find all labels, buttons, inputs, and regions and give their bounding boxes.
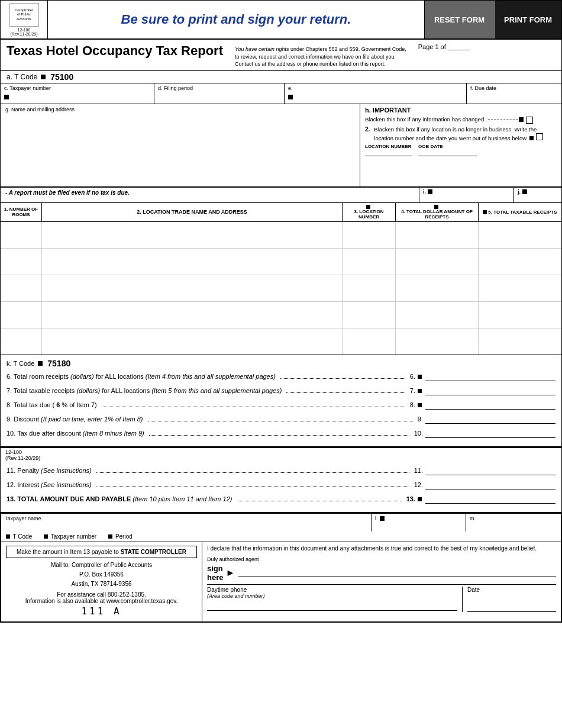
filing-period-label: d. Filing period (158, 85, 280, 91)
row3-taxable-input[interactable] (481, 276, 559, 285)
row4-taxable-input[interactable] (481, 303, 559, 312)
important-section: h. IMPORTANT Blacken this box if any inf… (360, 104, 561, 186)
row2-taxable-input[interactable] (481, 250, 559, 259)
row3-name-input[interactable] (44, 276, 340, 285)
taxpayer-name-cell: Taxpayer name (1, 514, 372, 531)
table-row (1, 275, 561, 302)
tcode-a-value: 75100 (50, 72, 73, 82)
important-title: h. IMPORTANT (365, 107, 557, 114)
item8-row: 8. Total tax due ( 6 % of Item 7) 8. (7, 400, 555, 410)
e-field: e. (285, 83, 467, 104)
item10-row: 10. Tax due after discount (Item 8 minus… (7, 429, 555, 438)
row5-total-input[interactable] (398, 330, 476, 339)
item10-input[interactable] (425, 429, 555, 438)
row4-rooms-input[interactable] (3, 303, 39, 312)
row3-total-input[interactable] (398, 276, 476, 285)
i-cell: i. (419, 188, 514, 202)
due-date-input[interactable] (470, 91, 558, 101)
row1-total-input[interactable] (398, 223, 476, 232)
row1-total (396, 222, 479, 248)
col-loc-header: 3. LOCATION NUMBER (343, 203, 396, 221)
col-rooms-header: 1. NUMBER OF ROOMS (1, 203, 42, 221)
item8-input[interactable] (425, 400, 555, 410)
phone-label: Daytime phone (207, 587, 457, 593)
taxpayer-number-label: c. Taxpayer number (4, 85, 150, 91)
table-body (1, 222, 561, 355)
rev-divider: 12-100(Rev.11-20/29) (1, 447, 561, 462)
assistance-text: For assistance call 800-252-1385. Inform… (6, 591, 197, 604)
summary-section: k. T Code 75180 6. Total room receipts (… (1, 355, 561, 447)
m-input[interactable] (470, 523, 557, 530)
payable-box: Make the amount in Item 13 payable to ST… (6, 546, 197, 558)
taxpayer-name-label: Taxpayer name (5, 516, 367, 521)
j-input[interactable] (518, 195, 558, 201)
row5-name-input[interactable] (44, 330, 340, 339)
authorized-agent-label: Duly authorized agent (207, 556, 556, 562)
row1-name-input[interactable] (44, 223, 340, 232)
row1-taxable-input[interactable] (481, 223, 559, 232)
phone-input[interactable] (207, 601, 457, 611)
row5-taxable-input[interactable] (481, 330, 559, 339)
row1-rooms (1, 222, 42, 248)
item9-row: 9. Discount (If paid on time, enter 1% o… (7, 414, 555, 424)
name-address-input[interactable] (5, 115, 355, 122)
row1-loc (343, 222, 396, 248)
l-input[interactable] (375, 523, 462, 530)
ij-row: - A report must be filed even if no tax … (1, 187, 561, 203)
date-input[interactable] (467, 603, 556, 612)
row5-loc-input[interactable] (345, 330, 393, 339)
main-title: Texas Hotel Occupancy Tax Report (7, 43, 223, 59)
row2-rooms-input[interactable] (3, 250, 39, 259)
row3-loc-input[interactable] (345, 276, 393, 285)
row2-loc-input[interactable] (345, 250, 393, 259)
col-taxable-header: 5. TOTAL TAXABLE RECEIPTS (479, 203, 561, 221)
form-number-logo: 12-100 (Rev.11-20/29) (10, 28, 37, 36)
row4-total-input[interactable] (398, 303, 476, 312)
item9-input[interactable] (425, 414, 555, 424)
e-label: e. (288, 85, 463, 91)
i-input[interactable] (423, 195, 510, 201)
item6-row: 6. Total room receipts (dollars) for ALL… (7, 372, 555, 381)
row4-loc-input[interactable] (345, 303, 393, 312)
reset-button[interactable]: RESET FORM (425, 1, 495, 38)
row2-name-input[interactable] (44, 250, 340, 259)
table-row (1, 222, 561, 249)
taxpayer-number-input[interactable] (12, 92, 150, 102)
header-buttons: RESET FORM PRINT FORM (424, 1, 561, 38)
item12-row: 12. Interest (See instructions) 12. (7, 480, 555, 489)
item12-input[interactable] (425, 480, 555, 489)
item6-input[interactable] (425, 372, 555, 381)
important-row-1: Blacken this box if any information has … (365, 116, 557, 124)
row1-taxable (479, 222, 561, 248)
important-checkbox-1[interactable] (526, 117, 533, 124)
row4-name-input[interactable] (44, 303, 340, 312)
item13-input[interactable] (425, 494, 555, 504)
address-important-section: g. Name and mailing address h. IMPORTANT… (1, 104, 561, 187)
signature-input[interactable] (238, 569, 556, 576)
tcode-a-row: a. T Code 75100 (1, 71, 561, 83)
sign-here: sign here ► (207, 564, 235, 582)
row1-loc-input[interactable] (345, 223, 393, 232)
item7-input[interactable] (425, 386, 555, 395)
m-cell: m. (466, 514, 561, 531)
address-section: g. Name and mailing address (1, 104, 360, 186)
no-tax-notice: - A report must be filed even if no tax … (1, 188, 419, 202)
taxpayer-number-field: c. Taxpayer number (1, 83, 154, 104)
taxpayer-num-square (4, 95, 9, 99)
e-input[interactable] (296, 92, 463, 102)
table-header: 1. NUMBER OF ROOMS 2. LOCATION TRADE NAM… (1, 203, 561, 222)
row1-rooms-input[interactable] (3, 223, 39, 232)
important-row-2: 2. Blacken this box if any location is n… (365, 126, 557, 141)
row3-rooms-input[interactable] (3, 276, 39, 285)
item11-input[interactable] (425, 466, 555, 475)
row2-total-input[interactable] (398, 250, 476, 259)
item13-row: 13. TOTAL AMOUNT DUE AND PAYABLE (Item 1… (7, 494, 555, 504)
row5-rooms-input[interactable] (3, 330, 39, 339)
print-button[interactable]: PRINT FORM (495, 1, 561, 38)
tcode-a-label: a. T Code (7, 73, 37, 81)
oob-row: LOCATION NUMBER OOB DATE (365, 144, 557, 156)
filing-period-input[interactable] (158, 91, 280, 101)
due-date-label: f. Due date (470, 85, 558, 91)
taxpayer-name-input[interactable] (5, 523, 367, 530)
important-checkbox-2[interactable] (536, 133, 543, 140)
